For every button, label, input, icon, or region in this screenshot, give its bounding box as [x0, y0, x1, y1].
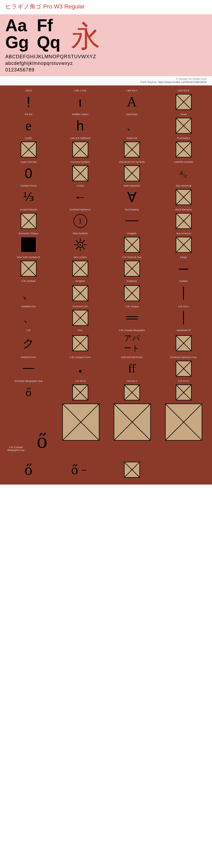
label-numberforms: Number Forms	[20, 184, 36, 188]
cell-boxdrawing: Box Drawing	[106, 207, 158, 231]
symbol-latinexta: A	[127, 93, 137, 110]
cell-verticalforms: Vertical Forms	[3, 355, 54, 379]
label-pua: PUA	[78, 329, 83, 332]
copyright: © Design by fontke.com	[5, 77, 207, 81]
char-arrow-left: ←	[74, 190, 87, 204]
font-title: ヒラギノ角ゴ Pro W3 Regular	[5, 3, 207, 10]
label-enclosednum: Enclosed Alphanum	[70, 208, 91, 212]
cell-letterlike: Letterlike Symbols a/c	[158, 160, 209, 183]
symbol-cjk: ク	[23, 333, 34, 353]
label-diacriticals: Diacriticals	[126, 113, 138, 116]
cell-suparrowsb: Sup Arrows B	[158, 231, 209, 255]
dot-symbol	[79, 370, 82, 373]
cell-katakana: Katakana	[106, 279, 158, 304]
cell-enclosedideo: Enclosed Ideographic Sup ő	[3, 379, 54, 403]
last-cell-1: ő	[3, 456, 54, 482]
cell-cyrillic: Cyrillic	[3, 136, 54, 160]
symbol-currency	[72, 165, 88, 182]
cell-hiragana: Hiragana	[54, 279, 106, 304]
crossed-box-enclosedcjk	[72, 310, 88, 326]
cell-cjk: CJK ク	[3, 328, 54, 355]
svg-point-1	[80, 244, 81, 246]
grid-row-8: Misc Math Symbols B Misc Arrows CJK Radi…	[3, 255, 209, 279]
horiz-line	[125, 220, 139, 221]
label-cjkextc: CJK Ext C	[126, 380, 137, 383]
cell-supersub: Super And Sub 0	[3, 160, 54, 183]
label-latinextb: Latin Ext B	[178, 89, 189, 92]
cjk-cell-crossed3	[158, 403, 209, 456]
symbol-arrows: ←	[74, 189, 87, 206]
cell-diacforsym: Diacriticals For Symbols	[106, 160, 158, 183]
info-section: © Design by fontke.com Font Source: http…	[0, 76, 212, 86]
char-h: h	[76, 118, 84, 134]
label-blockelements: Block Elements	[175, 208, 192, 212]
symbol-miscmathb	[21, 260, 36, 277]
cell-cjkextd: CJK Ext D	[158, 379, 209, 403]
cell-arrows: Arrows ←	[54, 183, 106, 207]
char-o-last: ő	[25, 461, 33, 479]
symbol-verticalforms	[23, 360, 34, 377]
cjk-cell-o-diacritic2: ő	[29, 403, 55, 456]
crossed-box-controlpic	[21, 213, 36, 229]
grid-section: ASCII ! Latin 1 Sup ı Latin Ext A A Lati…	[0, 86, 212, 485]
label-greek: Greek	[180, 113, 187, 116]
label-latinextadd: Latin Ext Additional	[70, 137, 90, 140]
symbol-last1: ő	[25, 457, 33, 480]
cjk-cell-crossed1	[55, 403, 107, 456]
symbol-cjkextd	[176, 384, 192, 401]
cell-latinextadd: Latin Ext Additional	[54, 136, 106, 160]
char-minus-last: －	[79, 462, 89, 477]
label-greekext: Greek Ext	[126, 137, 137, 140]
symbol-mathop: ∀	[127, 189, 137, 206]
last-cell-3	[106, 456, 158, 482]
label-latin1sup: Latin 1 Sup	[74, 89, 86, 92]
char-forall: ∀	[127, 189, 137, 205]
char-cjk-comma: 、	[22, 284, 35, 303]
cell-enclosednum: Enclosed Alphanum 1	[54, 207, 106, 231]
crossed-box-miscmathb	[21, 261, 36, 277]
enclosed-1-symbol: 1	[73, 214, 87, 228]
symbol-enclosedcjk	[72, 309, 88, 326]
symbol-cjkradicalsup	[124, 260, 140, 277]
symbol-controlpic	[21, 213, 36, 229]
char-o-diacritic: ő	[26, 385, 31, 399]
crossed-box-cjkextb	[72, 384, 88, 400]
label-cjk: CJK	[26, 329, 31, 332]
preview-area: Aa Gg Ff Qq 永 ABCDEFGHIJKLMNOPQRSTUVWXYZ…	[0, 14, 212, 76]
cell-enclosedcjk: Enclosed CJK	[54, 304, 106, 328]
cell-cjkradicalsup: CJK Radicals Sup	[106, 255, 158, 279]
black-square-symbol	[21, 237, 36, 252]
preview-qq: Qq	[37, 34, 60, 51]
label-cjkcompat: CJK Compat	[125, 305, 139, 308]
cell-pua: PUA	[54, 328, 106, 355]
cell-misctechnical: Misc Technical	[158, 183, 209, 207]
label-currency: Currency Symbols	[71, 161, 90, 164]
cell-controlpic: Control Pictures	[3, 207, 54, 231]
symbol-greek	[176, 117, 192, 134]
symbol-punctuation	[176, 141, 192, 158]
label-geoshapes: Geometric Shapes	[19, 232, 38, 235]
cjk-compat-ideographic-sup-row: CJK Compat Ideographic Sup ő	[3, 403, 209, 456]
symbol-suparrowsb	[176, 236, 192, 253]
symbol-blockelements	[176, 213, 192, 229]
cell-mathop: Math Operators ∀	[106, 183, 158, 207]
label-letterlike: Letterlike Symbols	[174, 161, 193, 164]
symbol-supersub: 0	[25, 165, 32, 182]
grid-row-4: Super And Sub 0 Currency Symbols Diacrit…	[3, 160, 209, 183]
horiz-bar-symbol	[23, 368, 34, 369]
crossed-box-latinextb	[176, 94, 192, 110]
crossed-box-latinextadd	[72, 142, 88, 157]
label-cjksymbols: CJK Symbols	[21, 280, 35, 283]
crossed-box-miscarrows	[72, 261, 88, 277]
char-a-capital: A	[127, 95, 137, 109]
symbol-cjkcompatideo: ア パ ー ト	[124, 333, 140, 353]
symbol-dingbats	[124, 236, 140, 253]
label-cjkexta: CJK Ext A	[178, 305, 189, 308]
symbol-pua	[72, 333, 88, 353]
cjk-cell-label: CJK Compat Ideographic Sup	[3, 403, 29, 456]
preview-pair-ag: Aa Gg	[5, 17, 29, 51]
crossed-box-currency	[72, 165, 88, 181]
symbol-katakana	[124, 284, 140, 303]
label-enclosedideo: Enclosed Ideographic Sup	[15, 380, 43, 383]
grid-row-1: ASCII ! Latin 1 Sup ı Latin Ext A A Lati…	[3, 88, 209, 112]
